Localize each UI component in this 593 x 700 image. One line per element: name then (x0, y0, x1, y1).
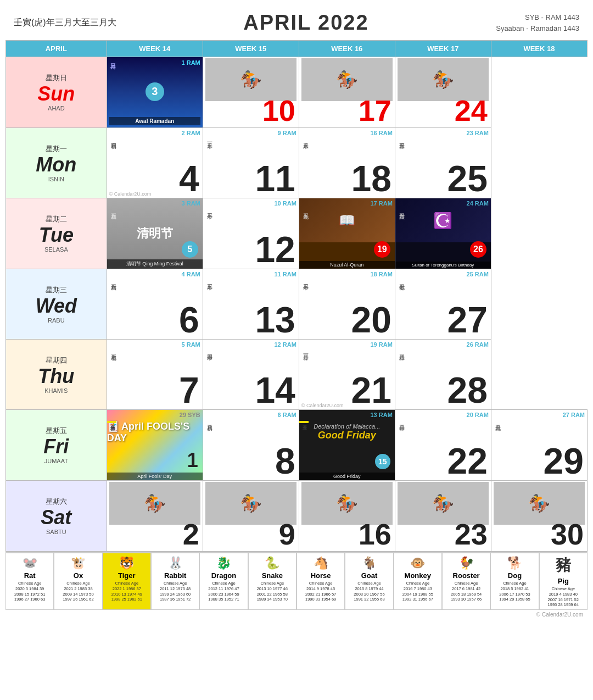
calendar-table: APRIL WEEK 14 WEEK 15 WEEK 16 WEEK 17 WE… (5, 40, 588, 552)
apr24-num: 24 (455, 96, 488, 125)
apr1-tab: 二月初一 (107, 421, 116, 423)
apr25-ram: 23 RAM (467, 130, 489, 136)
tuesday-label-cell: 星期二 Tue SELASA (6, 198, 107, 269)
apr13-cell: 11 RAM 三月十三 13 (203, 269, 299, 340)
apr23-inner: 21 RAM 三月廿三 🏇 23 (395, 481, 491, 551)
apr16-num: 16 (359, 519, 391, 549)
zodiac-rooster: 🐓 Rooster Chinese Age2017 6 1981 422005 … (442, 553, 490, 610)
thursday-label: 星期四 Thu KHAMIS (6, 351, 107, 398)
friday-label-cell: 星期五 Fri JUMAAT (6, 410, 107, 481)
footer-copyright: © Calendar2U.com (5, 610, 588, 619)
apr10-cell: 8 RAM 三月初十 🏇 10 (203, 57, 299, 128)
tuesday-row: 星期二 Tue SELASA 3 RAM 三月初五 清明节 5 清明节 Qing… (6, 198, 588, 269)
dog-data: Chinese Age2018 5 1982 412006 17 1970 53… (492, 581, 537, 602)
april-header: APRIL (6, 41, 107, 57)
apr29-cell: 27 RAM 三月廿九 29 (491, 410, 587, 481)
apr13-num: 13 (255, 302, 295, 338)
apr1-syb: 29 SYB (180, 412, 200, 418)
wednesday-row: 星期三 Wed RABU 4 RAM 三月初六 6 11 RAM 三月十三 13 (6, 269, 588, 340)
apr15-cell: 三月十五 13 RAM Declaration of Malacca... Go… (299, 410, 395, 481)
apr15-tab: 三月十五 (299, 421, 309, 423)
apr25-num: 25 (447, 160, 487, 197)
sunday-malay: AHAD (8, 105, 104, 112)
apr12-num: 12 (255, 231, 295, 268)
apr30-cell: 28 RAM 三月三十 🏇 30 (491, 481, 587, 552)
tuesday-malay: SELASA (8, 246, 104, 253)
zodiac-dog: 🐕 Dog Chinese Age2018 5 1982 412006 17 1… (490, 553, 539, 610)
header: 壬寅(虎)年三月大至三月大 APRIL 2022 SYB - RAM 1443 … (5, 5, 588, 40)
sunday-label: 星期日 Sun AHAD (6, 69, 107, 116)
saturday-malay: SABTU (8, 529, 104, 535)
apr5-qingming-bg: 清明节 (107, 198, 203, 269)
apr9-num: 9 (279, 519, 295, 549)
dog-icon: 🐕 (492, 556, 537, 570)
rooster-data: Chinese Age2017 6 1981 422005 18 1969 54… (444, 581, 489, 602)
rabbit-data: Chinese Age2011 12 1975 481999 24 1963 6… (153, 581, 198, 602)
sunday-row: 星期日 Sun AHAD 三月初三 1 RAM 3 Awal Ramadan (6, 57, 588, 128)
week17-header: WEEK 17 (395, 41, 491, 57)
apr26-ram: 24 RAM (467, 200, 489, 207)
apr20-num: 20 (351, 302, 391, 338)
apr6-ram: 4 RAM (182, 271, 200, 277)
apr17-inner: 15 RAM 三月十七 🏇 17 (299, 57, 395, 127)
rabbit-name: Rabbit (153, 571, 198, 580)
apr12-ram: 10 RAM (274, 200, 296, 207)
apr19-badge: 19 (374, 241, 390, 258)
dragon-name: Dragon (201, 571, 246, 580)
header-left: 壬寅(虎)年三月大至三月大 (14, 17, 116, 29)
rat-icon: 🐭 (7, 556, 52, 570)
apr12-cell: 10 RAM 三月十二 12 (203, 198, 299, 269)
page-title: APRIL 2022 (243, 11, 368, 35)
apr15-ram: 13 RAM (371, 412, 393, 418)
apr6-num: 6 (179, 302, 199, 338)
apr15-inner: 三月十五 13 RAM Declaration of Malacca... Go… (299, 410, 395, 480)
apr15-goodfriday: Good Friday (318, 430, 376, 441)
saturday-label-cell: 星期六 Sat SABTU (6, 481, 107, 552)
apr3-badge: 3 (146, 82, 164, 101)
monkey-name: Monkey (395, 571, 440, 580)
apr16-cell: 14 RAM 三月十六 🏇 16 (299, 481, 395, 552)
snake-name: Snake (250, 571, 295, 580)
apr10-num: 10 (262, 96, 295, 125)
monkey-icon: 🐵 (395, 556, 440, 570)
thursday-zh: 星期四 (8, 355, 104, 365)
apr11-num: 11 (255, 160, 295, 197)
syb-ram-label: SYB - RAM 1443 (496, 12, 579, 23)
apr22-ram: 20 RAM (467, 412, 489, 418)
friday-row: 星期五 Fri JUMAAT 二月初一 29 SYB 🃏 April FOOLS… (6, 410, 588, 481)
rabbit-icon: 🐰 (153, 556, 198, 570)
apr10-inner: 8 RAM 三月初十 🏇 10 (203, 57, 299, 127)
apr26-cell: 24 RAM 三月廿六 ☪️ 26 Sultan of Terengganu's… (395, 198, 491, 269)
apr21-num: 21 (351, 372, 391, 408)
tuesday-label: 星期二 Tue SELASA (6, 210, 107, 257)
tiger-name: Tiger (104, 571, 149, 580)
apr30-inner: 28 RAM 三月三十 🏇 30 (491, 481, 587, 551)
snake-icon: 🐍 (250, 556, 295, 570)
apr21-cell: 19 RAM 三月廿一 21 © Calendar2U.com (299, 340, 395, 410)
apr5-cell: 3 RAM 三月初五 清明节 5 清明节 Qing Ming Festival (107, 198, 203, 269)
awal-ramadan-label: Awal Ramadan (109, 117, 200, 125)
zodiac-dragon: 🐉 Dragon Chinese Age2012 11 1976 472000 … (199, 553, 248, 610)
dragon-data: Chinese Age2012 11 1976 472000 23 1964 5… (201, 581, 246, 602)
horse-data: Chinese Age2014 9 1978 452002 21 1966 57… (298, 581, 343, 602)
apr9-inner: 7 RAM 三月初九 🏇 9 (203, 481, 299, 551)
apr3-cell: 三月初三 1 RAM 3 Awal Ramadan (107, 57, 203, 128)
zodiac-monkey: 🐵 Monkey Chinese Age2016 7 1980 432004 1… (394, 553, 442, 610)
tiger-data: Chinese Age2022 1 1986 372010 13 1974 49… (104, 581, 149, 602)
monday-en: Mon (8, 155, 104, 175)
tuesday-zh: 星期二 (8, 214, 104, 224)
week16-header: WEEK 16 (299, 41, 395, 57)
ox-data: Chinese Age2021 2 1985 382009 14 1973 50… (55, 581, 100, 602)
apr23-cell: 21 RAM 三月廿三 🏇 23 (395, 481, 491, 552)
thursday-en: Thu (8, 366, 104, 386)
apr9-cell: 7 RAM 三月初九 🏇 9 (203, 481, 299, 552)
zodiac-rat: 🐭 Rat Chinese Age2020 3 1984 392008 15 1… (5, 553, 54, 610)
apr19-inner: 17 RAM 三月十九 📖 19 Nuzul Al-Quran (299, 198, 395, 269)
horse-icon: 🐴 (298, 556, 343, 570)
apr8-num: 8 (275, 443, 295, 479)
pig-zh-large: 豬 (541, 555, 586, 576)
monday-label-cell: 星期一 Mon ISNIN (6, 128, 107, 198)
saturday-zh: 星期六 (8, 497, 104, 507)
apr23-num: 23 (455, 519, 488, 549)
apr27-cell: 25 RAM 三月廿七 27 (395, 269, 491, 340)
